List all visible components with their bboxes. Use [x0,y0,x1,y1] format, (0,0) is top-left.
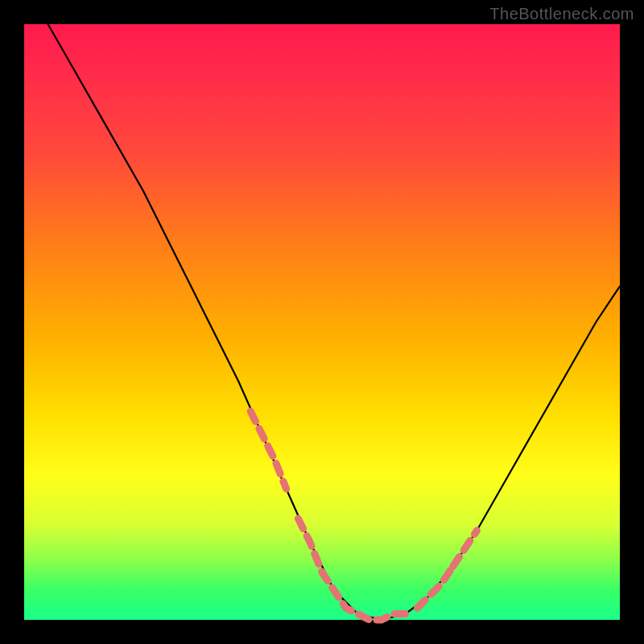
watermark-text: TheBottleneck.com [489,5,634,23]
plot-area [24,24,620,620]
highlight-segments [250,411,477,620]
bottleneck-curve [48,24,620,620]
chart-frame: TheBottleneck.com [0,0,644,644]
chart-overlay [24,24,620,620]
